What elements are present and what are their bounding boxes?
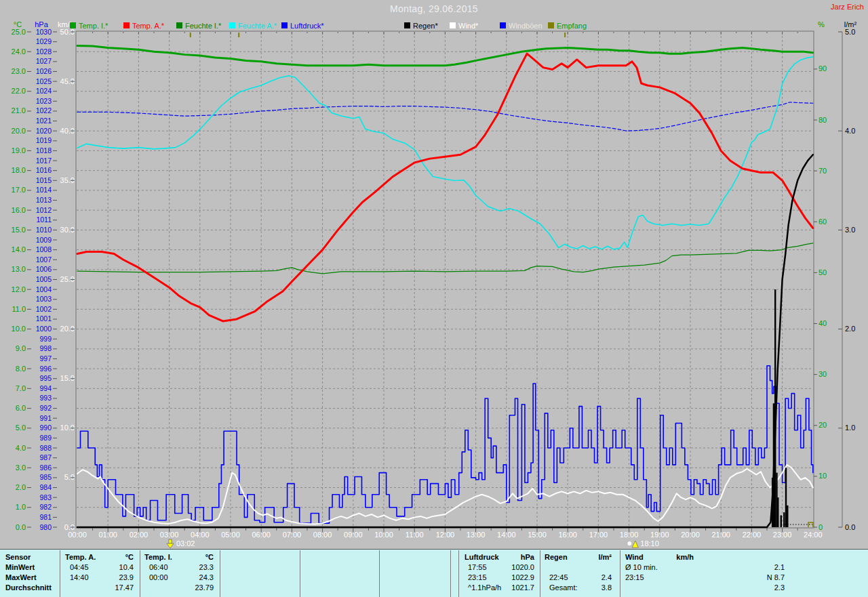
table-divider <box>620 550 620 597</box>
x-axis-label: 14:00 <box>497 531 516 539</box>
pressure-axis-label: 1007 <box>36 255 52 264</box>
temp-axis-label: 23.0 <box>12 67 26 75</box>
pressure-axis-label: 1000 <box>36 325 52 333</box>
temp-axis-label: 21.0 <box>12 106 26 115</box>
table-row-label: MaxWert <box>5 573 37 582</box>
table-row-label: Durchschnitt <box>5 583 52 592</box>
table-divider <box>140 550 140 597</box>
temp-axis-label: 16.0 <box>12 206 26 214</box>
x-axis-label: 16:00 <box>558 531 577 539</box>
x-axis-label: 19:00 <box>650 531 669 539</box>
temp-axis-label: 9.0 <box>16 344 26 352</box>
sun-down-icon <box>627 541 632 546</box>
pressure-axis-label: 1028 <box>36 47 52 56</box>
pressure-axis-label: 997 <box>39 354 52 363</box>
temp-axis-label: 0.0 <box>16 523 26 531</box>
pressure-axis-label: 1027 <box>36 57 52 65</box>
temp-axis-label: 6.0 <box>16 404 26 412</box>
legend-label: Regen* <box>413 22 438 30</box>
temp-axis-label: 13.0 <box>12 265 26 273</box>
pressure-axis-label: 1020 <box>36 127 52 135</box>
pressure-axis-label: 982 <box>39 503 52 511</box>
legend-label: Luftdruck* <box>290 22 324 30</box>
x-axis-label: 15:00 <box>528 531 547 539</box>
legend-swatch <box>229 22 235 28</box>
pressure-axis-label: 995 <box>39 374 52 382</box>
table-value-cell: 1021.7 <box>473 583 534 592</box>
temp-axis-label: 18.0 <box>12 166 26 174</box>
rain-axis-label: 5.0 <box>845 28 855 36</box>
x-axis-label: 24:00 <box>804 531 823 539</box>
rain-bar <box>774 289 776 527</box>
legend-label: Temp. A.* <box>132 22 165 30</box>
temp-axis-label: 7.0 <box>16 384 26 392</box>
sun-down-icon <box>632 541 638 548</box>
pressure-axis-label: 1012 <box>36 206 52 214</box>
x-axis-label: 05:00 <box>221 531 240 539</box>
x-axis-label: 21:00 <box>711 531 730 539</box>
pressure-axis-label: 980 <box>39 523 52 531</box>
rain-axis-label: 1.0 <box>845 424 855 432</box>
table-value-cell: 17.47 <box>73 583 134 592</box>
rain-bar <box>787 506 788 527</box>
pressure-axis-label: 1011 <box>36 215 52 224</box>
pressure-axis-label: 1016 <box>36 166 52 174</box>
legend-label: Feuchte I.* <box>185 22 222 30</box>
x-axis-label: 18:00 <box>620 531 639 539</box>
table-unit-header: l/m² <box>551 553 612 562</box>
pressure-axis-label: 1008 <box>36 245 52 253</box>
x-axis-label: 10:00 <box>374 531 393 539</box>
table-divider <box>450 550 451 597</box>
legend-label: Wind* <box>458 22 479 30</box>
rain-axis-label: 4.0 <box>845 127 855 135</box>
x-axis-label: 11:00 <box>406 531 424 539</box>
x-axis-label: 22:00 <box>743 531 762 539</box>
pressure-axis-label: 1029 <box>36 37 52 45</box>
pressure-axis-label: 1026 <box>36 67 52 75</box>
pressure-axis-label: 999 <box>39 335 52 343</box>
humidity-axis-header: % <box>818 20 825 28</box>
table-unit-header: km/h <box>633 553 694 562</box>
pressure-axis-label: 993 <box>39 394 52 402</box>
table-value-cell: 23.79 <box>153 583 214 592</box>
table-value-cell: 1020.0 <box>473 563 534 572</box>
table-divider <box>458 550 459 597</box>
weather-app-window: { "window": { "title": "Montag, 29.06.20… <box>0 0 868 597</box>
pressure-axis-label: 986 <box>39 464 52 472</box>
pressure-axis-label: 1021 <box>36 117 52 125</box>
pressure-axis-label: 1014 <box>36 186 52 194</box>
pressure-axis-header: hPa <box>35 20 48 28</box>
x-axis-label: 00:00 <box>68 531 87 539</box>
x-axis-label: 23:00 <box>773 531 792 539</box>
table-value-cell: 2.1 <box>724 563 785 572</box>
table-divider <box>379 550 380 597</box>
temp-axis-label: 14.0 <box>12 245 26 253</box>
temp-axis-header: °C <box>14 20 22 28</box>
pressure-axis-label: 1001 <box>36 314 52 323</box>
rain-axis-label: 0.0 <box>845 523 855 531</box>
pressure-axis-label: 1005 <box>36 275 52 283</box>
pressure-axis-label: 1025 <box>36 77 52 85</box>
x-axis-label: 07:00 <box>283 531 302 539</box>
temp-axis-label: 25.0 <box>12 28 26 36</box>
table-unit-header: °C <box>73 553 134 562</box>
table-row-label: Sensor <box>5 553 31 562</box>
pressure-axis-label: 1003 <box>36 295 52 303</box>
table-value-cell: 2.4 <box>551 573 612 582</box>
humidity-axis-label: 10 <box>818 472 827 480</box>
sun-up-icon <box>169 539 172 543</box>
pressure-axis-label: 981 <box>39 513 52 521</box>
statistics-table: SensorMinWertMaxWertDurchschnittTemp. A.… <box>0 549 868 597</box>
legend-swatch <box>450 22 456 28</box>
legend-swatch <box>176 22 182 28</box>
humidity-axis-label: 0 <box>818 523 823 531</box>
table-value-cell: 1022.9 <box>473 573 534 582</box>
pressure-axis-label: 994 <box>39 384 52 392</box>
table-divider <box>220 550 220 597</box>
temp-axis-label: 8.0 <box>16 365 26 373</box>
rain-axis-label: 2.0 <box>845 325 855 333</box>
temp-axis-label: 4.0 <box>16 444 26 452</box>
pressure-axis-label: 991 <box>39 414 52 422</box>
pressure-axis-label: 1022 <box>36 106 52 115</box>
pressure-axis-label: 1010 <box>36 226 52 234</box>
